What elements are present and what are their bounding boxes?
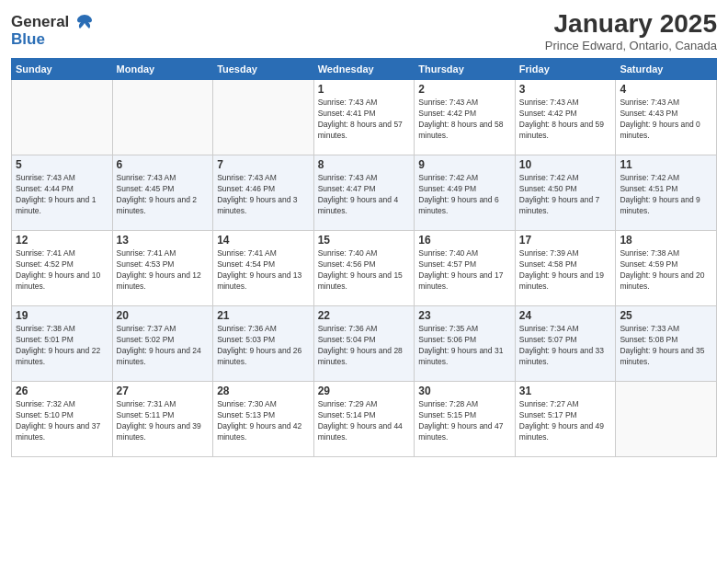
calendar-cell: 6Sunrise: 7:43 AM Sunset: 4:45 PM Daylig…	[112, 155, 213, 231]
header-row: SundayMondayTuesdayWednesdayThursdayFrid…	[12, 59, 717, 80]
calendar-cell	[112, 80, 213, 155]
day-number: 3	[519, 83, 612, 96]
day-number: 7	[217, 158, 310, 171]
week-row-1: 5Sunrise: 7:43 AM Sunset: 4:44 PM Daylig…	[12, 155, 717, 231]
calendar-cell: 27Sunrise: 7:31 AM Sunset: 5:11 PM Dayli…	[112, 382, 213, 457]
calendar-header: SundayMondayTuesdayWednesdayThursdayFrid…	[12, 59, 717, 80]
day-number: 11	[620, 158, 712, 171]
day-number: 26	[16, 385, 108, 397]
day-number: 5	[16, 158, 108, 171]
day-details: Sunrise: 7:37 AM Sunset: 5:02 PM Dayligh…	[117, 324, 210, 368]
day-number: 19	[16, 309, 108, 322]
day-number: 12	[16, 234, 108, 247]
day-details: Sunrise: 7:35 AM Sunset: 5:06 PM Dayligh…	[418, 324, 511, 368]
calendar-cell: 13Sunrise: 7:41 AM Sunset: 4:53 PM Dayli…	[112, 231, 213, 306]
day-details: Sunrise: 7:43 AM Sunset: 4:45 PM Dayligh…	[117, 173, 210, 217]
header-day-sunday: Sunday	[12, 59, 113, 80]
calendar-cell	[213, 80, 314, 155]
calendar-cell: 15Sunrise: 7:40 AM Sunset: 4:56 PM Dayli…	[313, 231, 415, 306]
day-number: 6	[117, 158, 210, 171]
day-number: 28	[217, 385, 310, 397]
calendar-cell: 19Sunrise: 7:38 AM Sunset: 5:01 PM Dayli…	[12, 306, 113, 382]
header-day-wednesday: Wednesday	[313, 59, 415, 80]
day-details: Sunrise: 7:42 AM Sunset: 4:49 PM Dayligh…	[418, 173, 511, 217]
day-details: Sunrise: 7:42 AM Sunset: 4:50 PM Dayligh…	[519, 173, 612, 217]
calendar-cell: 2Sunrise: 7:43 AM Sunset: 4:42 PM Daylig…	[415, 80, 516, 155]
logo: General Blue	[11, 13, 94, 49]
calendar-cell: 24Sunrise: 7:34 AM Sunset: 5:07 PM Dayli…	[515, 306, 616, 382]
calendar-cell: 20Sunrise: 7:37 AM Sunset: 5:02 PM Dayli…	[112, 306, 213, 382]
month-title: January 2025	[545, 9, 717, 39]
calendar-cell: 7Sunrise: 7:43 AM Sunset: 4:46 PM Daylig…	[213, 155, 314, 231]
day-details: Sunrise: 7:28 AM Sunset: 5:15 PM Dayligh…	[418, 399, 511, 443]
day-details: Sunrise: 7:41 AM Sunset: 4:53 PM Dayligh…	[117, 248, 210, 293]
week-row-0: 1Sunrise: 7:43 AM Sunset: 4:41 PM Daylig…	[12, 80, 717, 155]
day-details: Sunrise: 7:27 AM Sunset: 5:17 PM Dayligh…	[519, 399, 612, 443]
day-details: Sunrise: 7:42 AM Sunset: 4:51 PM Dayligh…	[620, 173, 712, 217]
header: General Blue January 2025 Prince Edward,…	[11, 9, 717, 52]
header-day-monday: Monday	[112, 59, 213, 80]
header-day-thursday: Thursday	[415, 59, 516, 80]
day-number: 20	[117, 309, 210, 322]
day-details: Sunrise: 7:43 AM Sunset: 4:46 PM Dayligh…	[217, 173, 310, 217]
day-details: Sunrise: 7:41 AM Sunset: 4:52 PM Dayligh…	[16, 248, 108, 293]
day-number: 17	[519, 234, 612, 247]
day-number: 13	[117, 234, 210, 247]
calendar-cell: 22Sunrise: 7:36 AM Sunset: 5:04 PM Dayli…	[313, 306, 415, 382]
day-details: Sunrise: 7:43 AM Sunset: 4:41 PM Dayligh…	[318, 98, 411, 142]
day-number: 1	[318, 83, 411, 96]
calendar-cell: 5Sunrise: 7:43 AM Sunset: 4:44 PM Daylig…	[12, 155, 113, 231]
calendar-cell: 23Sunrise: 7:35 AM Sunset: 5:06 PM Dayli…	[415, 306, 516, 382]
calendar-cell	[12, 80, 113, 155]
week-row-2: 12Sunrise: 7:41 AM Sunset: 4:52 PM Dayli…	[12, 231, 717, 306]
calendar-cell: 26Sunrise: 7:32 AM Sunset: 5:10 PM Dayli…	[12, 382, 113, 457]
day-details: Sunrise: 7:34 AM Sunset: 5:07 PM Dayligh…	[519, 324, 612, 368]
day-details: Sunrise: 7:43 AM Sunset: 4:47 PM Dayligh…	[318, 173, 411, 217]
calendar-cell: 30Sunrise: 7:28 AM Sunset: 5:15 PM Dayli…	[415, 382, 516, 457]
day-number: 16	[418, 234, 511, 247]
day-number: 9	[418, 158, 511, 171]
calendar-body: 1Sunrise: 7:43 AM Sunset: 4:41 PM Daylig…	[12, 80, 717, 457]
calendar-cell: 9Sunrise: 7:42 AM Sunset: 4:49 PM Daylig…	[415, 155, 516, 231]
day-details: Sunrise: 7:38 AM Sunset: 4:59 PM Dayligh…	[620, 248, 712, 293]
title-block: January 2025 Prince Edward, Ontario, Can…	[545, 9, 717, 52]
calendar-cell: 29Sunrise: 7:29 AM Sunset: 5:14 PM Dayli…	[313, 382, 415, 457]
day-details: Sunrise: 7:40 AM Sunset: 4:56 PM Dayligh…	[318, 248, 411, 293]
calendar-table: SundayMondayTuesdayWednesdayThursdayFrid…	[11, 58, 717, 457]
calendar-cell: 17Sunrise: 7:39 AM Sunset: 4:58 PM Dayli…	[515, 231, 616, 306]
location: Prince Edward, Ontario, Canada	[545, 39, 717, 52]
week-row-3: 19Sunrise: 7:38 AM Sunset: 5:01 PM Dayli…	[12, 306, 717, 382]
calendar-cell: 12Sunrise: 7:41 AM Sunset: 4:52 PM Dayli…	[12, 231, 113, 306]
calendar-cell: 11Sunrise: 7:42 AM Sunset: 4:51 PM Dayli…	[616, 155, 717, 231]
day-number: 29	[318, 385, 411, 397]
logo-bird-icon	[75, 13, 94, 31]
day-details: Sunrise: 7:30 AM Sunset: 5:13 PM Dayligh…	[217, 399, 310, 443]
day-details: Sunrise: 7:31 AM Sunset: 5:11 PM Dayligh…	[117, 399, 210, 443]
day-number: 23	[418, 309, 511, 322]
day-number: 21	[217, 309, 310, 322]
day-details: Sunrise: 7:36 AM Sunset: 5:04 PM Dayligh…	[318, 324, 411, 368]
calendar-cell: 10Sunrise: 7:42 AM Sunset: 4:50 PM Dayli…	[515, 155, 616, 231]
logo-text: General	[11, 13, 94, 32]
calendar-cell: 14Sunrise: 7:41 AM Sunset: 4:54 PM Dayli…	[213, 231, 314, 306]
calendar-cell: 8Sunrise: 7:43 AM Sunset: 4:47 PM Daylig…	[313, 155, 415, 231]
day-number: 2	[418, 83, 511, 96]
day-number: 10	[519, 158, 612, 171]
calendar-cell: 21Sunrise: 7:36 AM Sunset: 5:03 PM Dayli…	[213, 306, 314, 382]
day-number: 27	[117, 385, 210, 397]
day-number: 25	[620, 309, 712, 322]
day-details: Sunrise: 7:36 AM Sunset: 5:03 PM Dayligh…	[217, 324, 310, 368]
day-number: 14	[217, 234, 310, 247]
day-number: 24	[519, 309, 612, 322]
header-day-tuesday: Tuesday	[213, 59, 314, 80]
day-number: 8	[318, 158, 411, 171]
calendar-cell: 31Sunrise: 7:27 AM Sunset: 5:17 PM Dayli…	[515, 382, 616, 457]
calendar-cell: 1Sunrise: 7:43 AM Sunset: 4:41 PM Daylig…	[313, 80, 415, 155]
calendar-cell: 18Sunrise: 7:38 AM Sunset: 4:59 PM Dayli…	[616, 231, 717, 306]
calendar-cell: 28Sunrise: 7:30 AM Sunset: 5:13 PM Dayli…	[213, 382, 314, 457]
header-day-saturday: Saturday	[616, 59, 717, 80]
day-number: 4	[620, 83, 712, 96]
calendar-cell: 4Sunrise: 7:43 AM Sunset: 4:43 PM Daylig…	[616, 80, 717, 155]
logo-blue-text: Blue	[11, 31, 94, 49]
calendar-cell: 25Sunrise: 7:33 AM Sunset: 5:08 PM Dayli…	[616, 306, 717, 382]
